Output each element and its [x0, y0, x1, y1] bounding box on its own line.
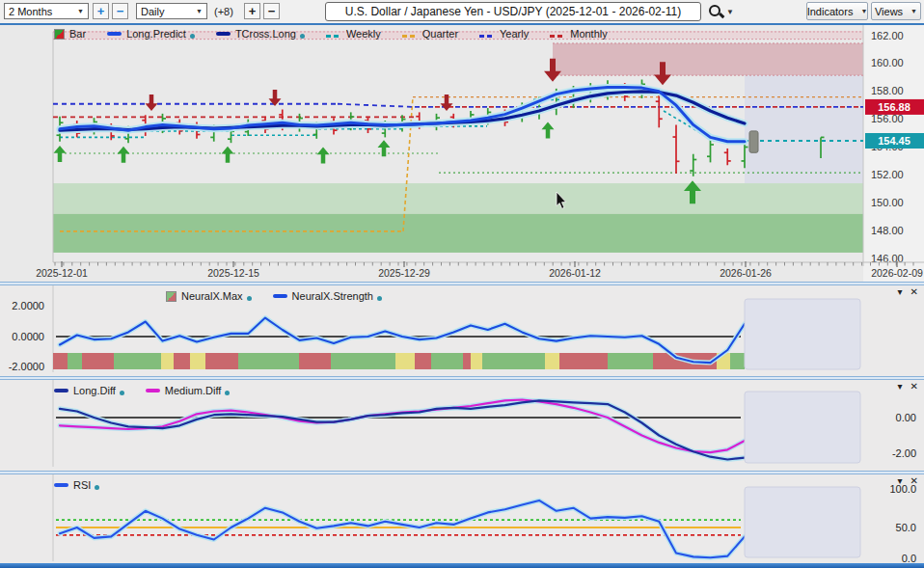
- diff-legend: Long.DiffMedium.Diff: [54, 384, 251, 397]
- date-axis: 2025-12-012025-12-152025-12-292026-01-12…: [36, 261, 924, 279]
- svg-text:148.00: 148.00: [871, 225, 904, 236]
- diff-panel: 0.00-2.00 Long.DiffMedium.Diff ▾ ✕: [0, 380, 924, 471]
- settings-dot-icon[interactable]: [120, 391, 124, 395]
- svg-text:2025-12-15: 2025-12-15: [207, 267, 259, 279]
- legend-label: Yearly: [500, 28, 529, 40]
- settings-dot-icon[interactable]: [95, 485, 99, 490]
- svg-text:2025-12-29: 2025-12-29: [378, 267, 430, 279]
- legend-item-quarter[interactable]: Quarter: [402, 28, 458, 40]
- close-panel-button[interactable]: ✕: [910, 286, 918, 297]
- settings-dot-icon[interactable]: [377, 296, 382, 301]
- svg-text:150.00: 150.00: [871, 197, 904, 208]
- svg-text:-2.00: -2.00: [892, 447, 916, 459]
- collapse-panel-button[interactable]: ▾: [898, 381, 903, 392]
- collapse-panel-button[interactable]: ▾: [898, 286, 903, 297]
- indicators-button[interactable]: Indicators ▼: [806, 2, 868, 20]
- legend-item-weekly[interactable]: Weekly: [326, 28, 381, 40]
- bars-offset-label: (+8): [214, 6, 233, 17]
- svg-text:152.00: 152.00: [871, 169, 904, 180]
- price-chart-legend: BarLong.PredictTCross.LongWeeklyQuarterY…: [54, 27, 629, 41]
- legend-item-yearly[interactable]: Yearly: [479, 28, 529, 40]
- neuralx-chart[interactable]: 2.00000.0000-2.0000: [0, 285, 924, 376]
- legend-item-long-predict[interactable]: Long.Predict: [107, 28, 195, 40]
- svg-text:50.0: 50.0: [896, 522, 916, 533]
- future-zone: [745, 487, 860, 557]
- line-swatch-icon: [107, 32, 122, 36]
- legend-item-rsi[interactable]: RSI: [54, 479, 99, 491]
- line-swatch-icon: [273, 294, 287, 298]
- svg-text:2.0000: 2.0000: [12, 300, 44, 311]
- legend-label: RSI: [73, 479, 91, 491]
- range-decrease-button[interactable]: −: [112, 3, 128, 19]
- legend-label: TCross.Long: [235, 28, 296, 40]
- search-button[interactable]: ▼: [709, 5, 738, 19]
- views-button[interactable]: Views ▼: [871, 2, 921, 20]
- legend-item-monthly[interactable]: Monthly: [550, 28, 608, 40]
- remove-bars-button[interactable]: −: [263, 3, 280, 19]
- legend-item-neuralx-max[interactable]: NeuralX.Max: [166, 290, 252, 302]
- settings-dot-icon[interactable]: [247, 296, 252, 301]
- rsi-axis-labels: 100.050.00.0: [889, 483, 916, 563]
- rsi-panel: 100.050.00.0 RSI ▾ ✕: [0, 474, 924, 563]
- price-chart-panel: 162.00160.00158.00156.00154.00152.00150.…: [0, 25, 924, 282]
- neuralx-legend: NeuralX.MaxNeuralX.Strength: [166, 289, 403, 303]
- scroll-drag-handle[interactable]: [749, 131, 758, 152]
- legend-item-medium-diff[interactable]: Medium.Diff: [146, 385, 230, 396]
- diff-lines: [60, 400, 745, 460]
- diff-axis-labels: 0.00-2.00: [892, 412, 916, 459]
- legend-label: NeuralX.Max: [181, 290, 243, 302]
- chevron-down-icon: ▼: [860, 8, 867, 14]
- legend-item-bar[interactable]: Bar: [54, 28, 86, 40]
- line-swatch-icon: [146, 389, 160, 392]
- dash-swatch-icon: [326, 28, 341, 40]
- two-color-swatch-icon: [54, 29, 65, 40]
- settings-dot-icon[interactable]: [190, 34, 195, 39]
- range-select[interactable]: 2 Months ▼: [4, 3, 89, 19]
- svg-text:2026-01-12: 2026-01-12: [549, 267, 601, 279]
- range-select-value: 2 Months: [9, 6, 52, 17]
- svg-text:2025-12-01: 2025-12-01: [36, 267, 88, 279]
- dash-swatch-icon: [479, 28, 495, 40]
- legend-item-tcross-long[interactable]: TCross.Long: [216, 28, 305, 40]
- svg-text:0.0: 0.0: [902, 553, 916, 563]
- line-swatch-icon: [216, 32, 231, 36]
- search-icon: [709, 5, 720, 16]
- neuralx-max-strip: [53, 353, 745, 369]
- two-color-swatch-icon: [166, 291, 177, 302]
- close-panel-button[interactable]: ✕: [910, 475, 918, 486]
- legend-label: Medium.Diff: [165, 385, 221, 396]
- chevron-down-icon: ▼: [910, 8, 917, 14]
- collapse-panel-button[interactable]: ▾: [898, 475, 903, 486]
- svg-text:158.00: 158.00: [871, 85, 904, 96]
- line-swatch-icon: [54, 483, 68, 487]
- charting-application: 2 Months ▼ + − Daily ▼ (+8) + − U.S. Dol…: [0, 0, 924, 568]
- symbol-title[interactable]: U.S. Dollar / Japanese Yen - USD/JPY (20…: [325, 2, 701, 21]
- range-increase-button[interactable]: +: [93, 3, 109, 19]
- legend-item-neuralx-strength[interactable]: NeuralX.Strength: [273, 290, 382, 302]
- dash-swatch-icon: [402, 28, 418, 40]
- add-bars-button[interactable]: +: [244, 3, 260, 19]
- interval-select-value: Daily: [141, 6, 164, 17]
- close-panel-button[interactable]: ✕: [910, 381, 918, 392]
- future-zone: [745, 392, 860, 463]
- interval-select[interactable]: Daily ▼: [136, 3, 207, 19]
- neuralx-panel: 2.00000.0000-2.0000 NeuralX.MaxNeuralX.S…: [0, 285, 924, 376]
- future-zone: [745, 299, 860, 369]
- window-bottom-edge: [0, 563, 924, 568]
- svg-text:160.00: 160.00: [871, 57, 904, 68]
- toolbar: 2 Months ▼ + − Daily ▼ (+8) + − U.S. Dol…: [0, 0, 924, 25]
- dash-swatch-icon: [550, 28, 565, 40]
- svg-text:162.00: 162.00: [871, 30, 904, 41]
- legend-label: Long.Predict: [126, 28, 186, 40]
- chevron-down-icon: ▼: [196, 8, 203, 14]
- settings-dot-icon[interactable]: [300, 34, 305, 39]
- line-swatch-icon: [54, 389, 68, 392]
- chevron-down-icon: ▼: [726, 8, 734, 16]
- price-chart[interactable]: 162.00160.00158.00156.00154.00152.00150.…: [0, 25, 924, 282]
- legend-item-long-diff[interactable]: Long.Diff: [54, 385, 124, 396]
- settings-dot-icon[interactable]: [225, 391, 230, 395]
- rsi-chart[interactable]: 100.050.00.0: [0, 474, 924, 563]
- svg-text:2026-01-26: 2026-01-26: [720, 267, 772, 279]
- neuralx-axis-labels: 2.00000.0000-2.0000: [9, 300, 44, 372]
- legend-label: Bar: [69, 28, 86, 40]
